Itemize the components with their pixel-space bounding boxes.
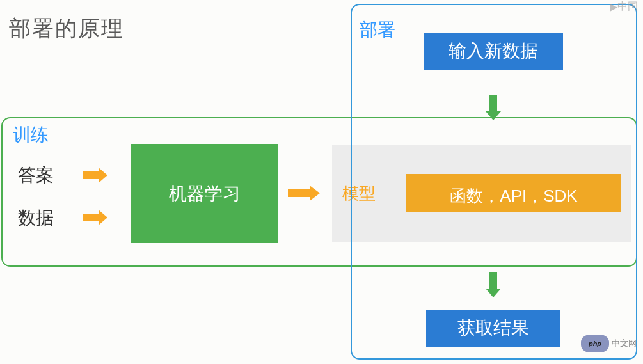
input-data-box: 输入新数据 (424, 33, 563, 70)
machine-learning-box: 机器学习 (131, 144, 278, 243)
site-logo: php 中文网 (581, 335, 637, 352)
arrow-down-icon (487, 95, 500, 123)
logo-text: 中文网 (612, 338, 637, 349)
arrow-right-icon (288, 186, 322, 201)
php-badge: php (581, 335, 609, 352)
answer-label: 答案 (18, 163, 54, 187)
result-box: 获取结果 (426, 310, 560, 347)
training-label: 训练 (13, 123, 49, 147)
arrow-right-icon (83, 210, 111, 225)
page-title: 部署的原理 (9, 14, 124, 44)
watermark-text: ▶中国 (610, 0, 638, 13)
arrow-down-icon (487, 272, 500, 300)
arrow-right-icon (83, 168, 111, 183)
play-icon: ▶ (610, 1, 617, 13)
data-label: 数据 (18, 206, 54, 230)
deploy-label: 部署 (360, 18, 395, 42)
